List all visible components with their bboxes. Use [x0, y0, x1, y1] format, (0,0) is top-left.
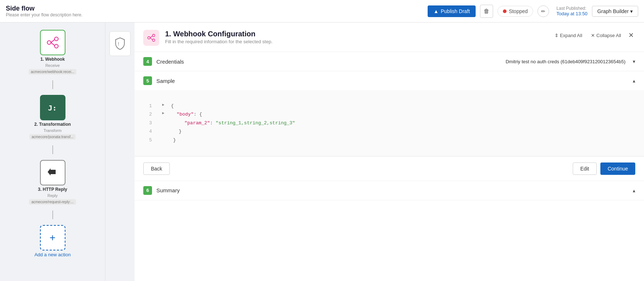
- topbar-left: Side flow Please enter your flow descrip…: [6, 5, 423, 17]
- edit-icon: ✏: [541, 8, 545, 14]
- graph-builder-button[interactable]: Graph Builder ▾: [592, 6, 638, 17]
- flow-node-add: + Add a new action: [6, 225, 99, 257]
- svg-text:J:: J:: [48, 104, 57, 112]
- webhook-icon: [45, 35, 60, 50]
- node-badge-http-reply: acmecore/request-reply:...: [29, 199, 76, 205]
- security-node-box[interactable]: !: [109, 31, 131, 56]
- node-badge-transform: acmecore/jsonata:transf...: [29, 134, 76, 140]
- publish-draft-button[interactable]: ▲ Publish Draft: [428, 5, 476, 17]
- right-panel: 1. Webhook Configuration Fill in the req…: [135, 23, 644, 281]
- plus-icon: +: [49, 232, 55, 244]
- transform-icon: J:: [45, 100, 60, 115]
- node-badge-webhook: acmecore/webhook:recei...: [29, 69, 77, 75]
- summary-title: Summary: [156, 187, 628, 193]
- flow-node-webhook: 1. Webhook Receive acmecore/webhook:rece…: [6, 30, 99, 75]
- edit-status-button[interactable]: ✏: [537, 5, 549, 17]
- node-sublabel-http-reply: Reply: [47, 193, 57, 198]
- sample-section: 5 Sample ▴ 1 ▶ { 2 ▶ "body": {: [135, 71, 644, 156]
- close-icon: ✕: [628, 32, 634, 39]
- node-label-http-reply: 3. HTTP Reply: [38, 187, 67, 192]
- publish-icon: ▲: [433, 8, 439, 14]
- sidebar: 1. Webhook Receive acmecore/webhook:rece…: [0, 23, 105, 281]
- svg-point-8: [148, 37, 150, 39]
- webhook-node-box[interactable]: [40, 30, 65, 55]
- code-line-5: 5 }: [149, 136, 629, 144]
- sample-title: Sample: [156, 78, 628, 84]
- panel-title-area: 1. Webhook Configuration Fill in the req…: [165, 30, 546, 44]
- node-label-transform: 2. Transformation: [34, 122, 71, 127]
- add-action-label: Add a new action: [35, 252, 71, 257]
- edit-button[interactable]: Edit: [573, 162, 597, 175]
- collapse-all-button[interactable]: ✕ Collapse All: [588, 31, 624, 40]
- node-sublabel-webhook: Receive: [45, 63, 60, 68]
- app-subtitle: Please enter your flow description here.: [6, 12, 423, 17]
- code-line-1: 1 ▶ {: [149, 102, 629, 110]
- panel-title: 1. Webhook Configuration: [165, 30, 546, 38]
- svg-point-0: [47, 41, 51, 44]
- http-reply-node-box[interactable]: [40, 160, 65, 185]
- trash-icon: 🗑: [484, 8, 489, 15]
- webhook-panel-svg: [147, 33, 156, 43]
- expand-icon: ⇕: [555, 33, 559, 38]
- webhook-panel-icon: [143, 30, 159, 46]
- add-action-button[interactable]: +: [40, 225, 65, 250]
- sample-content: 1 ▶ { 2 ▶ "body": { 3 "param_2": "string…: [135, 90, 644, 156]
- credentials-title: Credentials: [156, 59, 501, 65]
- connector-3: [52, 210, 53, 219]
- credentials-value: Dmitriy test no auth creds (61deb409f923…: [505, 59, 625, 64]
- svg-line-3: [51, 40, 55, 43]
- code-line-2: 2 ▶ "body": {: [149, 110, 629, 119]
- summary-chevron-icon: ▴: [633, 188, 635, 193]
- bottom-actions: Back Edit Continue: [135, 156, 644, 181]
- svg-line-12: [150, 38, 153, 40]
- topbar: Side flow Please enter your flow descrip…: [0, 0, 644, 23]
- summary-section-header[interactable]: 6 Summary ▴: [135, 181, 644, 200]
- close-panel-button[interactable]: ✕: [627, 30, 635, 41]
- svg-line-11: [150, 36, 153, 38]
- app-title: Side flow: [6, 5, 423, 12]
- back-button[interactable]: Back: [143, 162, 170, 175]
- collapse-icon: ✕: [591, 33, 595, 38]
- security-node-area: !: [105, 23, 135, 281]
- code-line-3: 3 "param_2": "string_1,string_2,string_3…: [149, 119, 629, 127]
- last-published: Last Published: Today at 13:50: [556, 6, 587, 16]
- svg-line-4: [51, 43, 55, 45]
- credentials-section-header[interactable]: 4 Credentials Dmitriy test no auth creds…: [135, 52, 644, 71]
- sample-section-header[interactable]: 5 Sample ▴: [135, 71, 644, 90]
- panel-actions: ⇕ Expand All ✕ Collapse All ✕: [552, 30, 635, 41]
- flow-node-transform: J: 2. Transformation Transform acmecore/…: [6, 95, 99, 140]
- chevron-down-icon: ▾: [630, 8, 633, 14]
- panel-header: 1. Webhook Configuration Fill in the req…: [135, 23, 644, 52]
- svg-point-9: [152, 34, 155, 37]
- svg-point-1: [55, 37, 58, 41]
- credentials-section: 4 Credentials Dmitriy test no auth creds…: [135, 52, 644, 71]
- delete-button[interactable]: 🗑: [480, 5, 493, 18]
- summary-section: 6 Summary ▴: [135, 181, 644, 200]
- credentials-chevron-icon: ▾: [633, 59, 635, 64]
- shield-icon: !: [114, 37, 126, 50]
- svg-text:!: !: [118, 41, 119, 47]
- node-label-webhook: 1. Webhook: [40, 57, 65, 62]
- panel-subtitle: Fill in the required information for the…: [165, 39, 546, 44]
- code-line-4: 4 }: [149, 127, 629, 136]
- sample-chevron-icon: ▴: [633, 78, 635, 84]
- status-dot-icon: [503, 9, 507, 13]
- status-badge: Stopped: [497, 6, 533, 17]
- svg-point-2: [55, 44, 58, 48]
- button-group: Edit Continue: [573, 162, 635, 175]
- expand-all-button[interactable]: ⇕ Expand All: [552, 31, 585, 40]
- connector-1: [52, 80, 53, 89]
- main-layout: 1. Webhook Receive acmecore/webhook:rece…: [0, 23, 644, 281]
- code-block: 1 ▶ { 2 ▶ "body": { 3 "param_2": "string…: [143, 96, 635, 150]
- flow-node-http-reply: 3. HTTP Reply Reply acmecore/request-rep…: [6, 160, 99, 205]
- node-sublabel-transform: Transform: [44, 128, 62, 133]
- http-reply-icon: [45, 165, 60, 180]
- transform-node-box[interactable]: J:: [40, 95, 65, 120]
- connector-2: [52, 145, 53, 154]
- svg-point-10: [152, 39, 155, 41]
- continue-button[interactable]: Continue: [600, 162, 635, 175]
